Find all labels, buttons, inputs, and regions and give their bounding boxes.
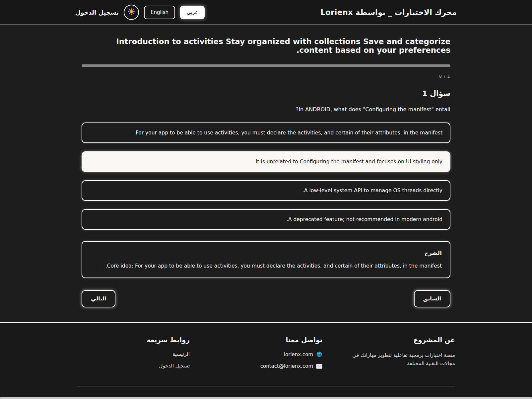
brand-title[interactable]: محرك الاختبارات _ بواسطة Lorienx [320,8,457,17]
explanation-title: الشرح [90,250,442,256]
answer-option-4[interactable]: A deprecated feature; not recommended in… [82,209,450,230]
progress-bar [82,64,450,67]
answer-option-2-selected[interactable]: It is unrelated to Configuring the manif… [82,151,450,172]
footer-contact-title: تواصل معنا [210,336,322,344]
email-link[interactable]: contact@lorienx.com [210,363,322,369]
globe-icon [316,351,322,358]
answer-option-3[interactable]: A low-level system API to manage OS thre… [82,180,450,201]
email-text: contact@lorienx.com [260,363,313,369]
website-text: lorienx.com [284,352,313,358]
sun-icon [128,8,135,17]
explanation-box: الشرح Core idea: For your app to be able… [82,241,450,278]
horizontal-scrollbar[interactable] [0,397,532,399]
footer-about-title: عن المشروع [342,336,455,344]
previous-button[interactable]: السابق [414,290,450,307]
theme-toggle-button[interactable] [124,5,139,20]
login-link[interactable]: تسجيل الدخول [75,9,119,16]
header-inner: محرك الاختبارات _ بواسطة Lorienx عربي En… [75,5,457,20]
next-button[interactable]: التالي [82,290,115,307]
footer-about-text: منصة اختبارات برمجية تفاعلية لتطوير مهار… [342,351,455,368]
footer-about-column: عن المشروع منصة اختبارات برمجية تفاعلية … [342,336,455,375]
footer-link-login[interactable]: تسجيل الدخول [77,363,190,369]
email-icon [316,364,322,369]
footer-links-title: روابط سريعة [77,336,190,344]
question-nav: السابق التالي [82,290,450,307]
footer-contact-column: تواصل معنا lorienx.c [210,336,322,375]
answer-option-1[interactable]: For your app to be able to use activitie… [82,122,450,143]
website-link[interactable]: lorienx.com [210,351,322,358]
footer-link-home[interactable]: الرئيسية [77,351,190,357]
header: محرك الاختبارات _ بواسطة Lorienx عربي En… [0,0,532,25]
header-controls: عربي English [75,5,205,20]
question-label: سؤال 1 [82,89,450,98]
language-arabic-button[interactable]: عربي [180,6,205,19]
progress-counter: 1 / 8 [82,74,450,79]
question-text: In ANDROID, what does "Configuring the m… [82,106,450,113]
quiz-heading: Introduction to activities Stay organize… [82,37,450,54]
explanation-text: Core idea: For your app to be able to us… [90,263,442,269]
language-english-button[interactable]: English [144,6,175,19]
footer-links-column: روابط سريعة الرئيسية تسجيل الدخول [77,336,190,375]
quiz-page: Introduction to activities Stay organize… [0,25,532,307]
footer: عن المشروع منصة اختبارات برمجية تفاعلية … [0,322,532,399]
